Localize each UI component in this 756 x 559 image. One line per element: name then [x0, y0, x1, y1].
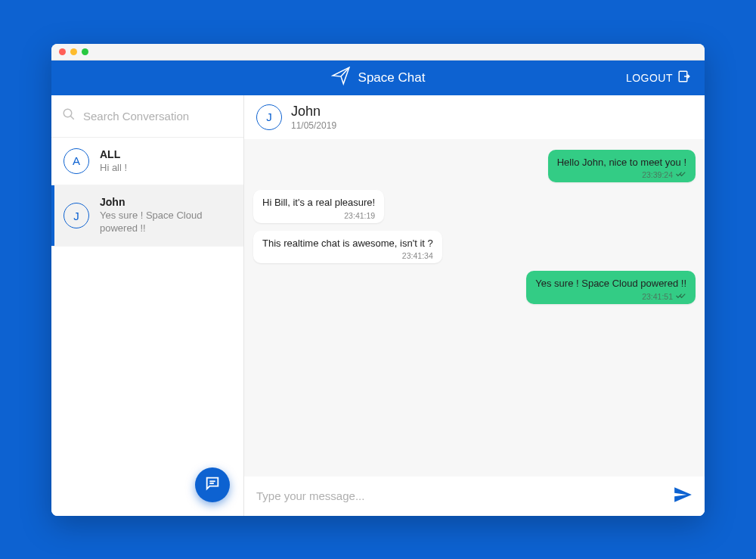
message-row: Hi Bill, it's a real pleasure!23:41:19 [253, 190, 696, 223]
message-row: This realtime chat is awesome, isn't it … [253, 231, 696, 264]
app-body: A ALL Hi all ! J John Yes sure ! Space C… [51, 95, 705, 516]
window-titlebar [51, 44, 705, 61]
chat-header: J John 11/05/2019 [244, 95, 705, 139]
message-meta: 23:39:24 [557, 170, 686, 179]
avatar: A [64, 148, 89, 174]
conversation-text: ALL Hi all ! [100, 148, 231, 175]
chat-date: 11/05/2019 [291, 120, 336, 131]
conversation-preview: Yes sure ! Space Cloud powered !! [100, 210, 231, 235]
message-time: 23:41:19 [344, 211, 375, 220]
message-row: Yes sure ! Space Cloud powered !!23:41:5… [253, 271, 696, 304]
logout-button[interactable]: LOGOUT [626, 61, 691, 95]
paper-plane-icon [331, 66, 351, 89]
message-text: This realtime chat is awesome, isn't it … [262, 237, 433, 250]
logout-icon [677, 70, 691, 85]
chat-panel: J John 11/05/2019 Hello John, nice to me… [244, 95, 705, 516]
window-maximize-dot[interactable] [82, 48, 88, 55]
message-meta: 23:41:19 [262, 211, 375, 220]
search-input[interactable] [83, 110, 233, 123]
message-composer [244, 477, 705, 516]
svg-line-3 [70, 116, 74, 120]
message-bubble: Hi Bill, it's a real pleasure!23:41:19 [253, 190, 384, 223]
message-bubble: Hello John, nice to meet you !23:39:24 [548, 150, 696, 183]
message-row: Hello John, nice to meet you !23:39:24 [253, 150, 696, 183]
avatar: J [64, 203, 89, 228]
send-icon [673, 485, 692, 508]
message-time: 23:39:24 [642, 170, 673, 179]
window-close-dot[interactable] [59, 48, 66, 55]
header-title-group: Space Chat [331, 66, 426, 89]
message-time: 23:41:34 [402, 251, 433, 260]
message-bubble: This realtime chat is awesome, isn't it … [253, 231, 442, 264]
double-check-icon [676, 170, 686, 179]
conversation-item[interactable]: A ALL Hi all ! [51, 138, 243, 186]
message-time: 23:41:51 [642, 292, 673, 301]
message-text: Yes sure ! Space Cloud powered !! [535, 277, 686, 290]
conversation-name: John [100, 196, 231, 208]
app-window: Space Chat LOGOUT [51, 44, 705, 516]
message-text: Hello John, nice to meet you ! [557, 156, 686, 169]
conversation-preview: Hi all ! [100, 162, 231, 175]
new-chat-button[interactable] [195, 467, 230, 502]
app-header: Space Chat LOGOUT [51, 61, 705, 95]
message-meta: 23:41:51 [535, 292, 686, 301]
window-minimize-dot[interactable] [70, 48, 77, 55]
app-title: Space Chat [358, 70, 426, 85]
message-bubble: Yes sure ! Space Cloud powered !!23:41:5… [526, 271, 696, 304]
message-meta: 23:41:34 [262, 251, 433, 260]
double-check-icon [676, 292, 686, 301]
chat-avatar: J [256, 104, 282, 130]
svg-point-2 [64, 109, 72, 117]
conversation-item[interactable]: J John Yes sure ! Space Cloud powered !! [51, 185, 243, 247]
chat-contact-name: John [291, 104, 336, 120]
conversation-name: ALL [100, 148, 231, 160]
conversation-list: A ALL Hi all ! J John Yes sure ! Space C… [51, 138, 243, 516]
message-input[interactable] [256, 489, 664, 502]
search-bar [51, 95, 243, 138]
message-list[interactable]: Hello John, nice to meet you !23:39:24Hi… [244, 139, 705, 477]
search-icon [62, 107, 76, 124]
sidebar: A ALL Hi all ! J John Yes sure ! Space C… [51, 95, 244, 516]
logout-label: LOGOUT [626, 72, 673, 84]
send-button[interactable] [673, 485, 692, 508]
message-icon [204, 475, 221, 495]
chat-header-text: John 11/05/2019 [291, 104, 336, 131]
conversation-text: John Yes sure ! Space Cloud powered !! [100, 196, 231, 235]
message-text: Hi Bill, it's a real pleasure! [262, 196, 375, 210]
